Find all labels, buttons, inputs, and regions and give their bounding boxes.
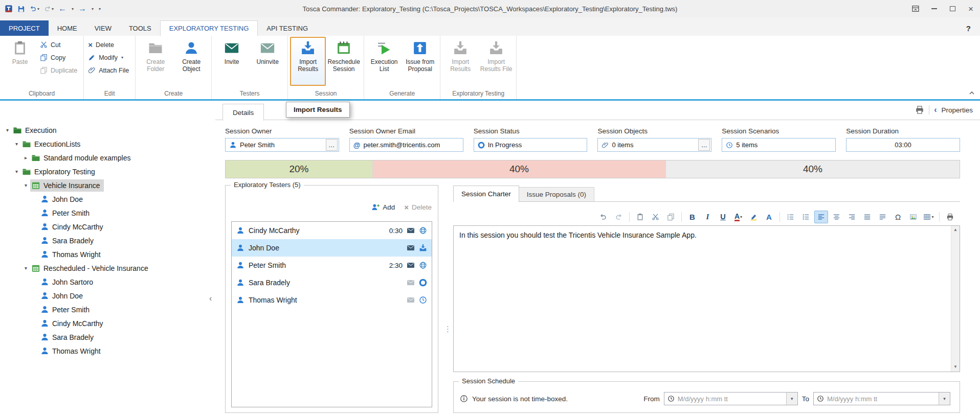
tree-item-tester[interactable]: Peter Smith <box>0 303 208 316</box>
tab-session-charter[interactable]: Session Charter <box>453 186 519 202</box>
align-center-button[interactable] <box>830 211 843 223</box>
insert-table-button[interactable]: ▾ <box>922 211 936 223</box>
undo-button[interactable] <box>596 211 610 223</box>
tab-view[interactable]: VIEW <box>86 20 120 36</box>
properties-button[interactable]: Properties <box>941 106 973 114</box>
tester-row[interactable]: Sara Bradely <box>232 274 432 291</box>
tab-issue-proposals[interactable]: Issue Proposals (0) <box>519 187 594 201</box>
tree-item-tester[interactable]: John Doe <box>0 192 208 206</box>
uninvite-button[interactable]: Uninvite <box>250 37 285 65</box>
reschedule-session-button[interactable]: Reschedule Session <box>326 37 362 73</box>
session-status-field[interactable]: In Progress <box>474 138 588 152</box>
envelope-icon[interactable] <box>407 261 415 269</box>
align-left-button[interactable] <box>814 211 828 223</box>
expander-icon[interactable]: ▾ <box>21 182 30 188</box>
tree-item-tester[interactable]: John Sartoro <box>0 275 208 289</box>
duplicate-button[interactable]: Duplicate <box>38 66 81 75</box>
tree-item-tester[interactable]: Cindy McCarthy <box>0 316 208 330</box>
save-button[interactable] <box>16 2 27 15</box>
from-dropdown-button[interactable]: ▾ <box>786 393 797 405</box>
underline-button[interactable]: U <box>716 211 730 223</box>
expander-icon[interactable]: ▾ <box>3 127 12 133</box>
tab-details[interactable]: Details <box>222 104 264 121</box>
tree-item-tester[interactable]: Sara Bradely <box>0 234 208 247</box>
tree-splitter[interactable]: ‹ <box>208 101 215 415</box>
print-button[interactable] <box>943 211 957 223</box>
status-circle-icon[interactable] <box>419 279 427 287</box>
issue-from-proposal-button[interactable]: Issue from Proposal <box>402 37 438 73</box>
bullet-list-button[interactable] <box>784 211 797 223</box>
session-charter-editor[interactable]: In this session you should test the Tric… <box>453 225 960 372</box>
minimize-button[interactable] <box>925 0 943 17</box>
create-object-button[interactable]: Create Object <box>173 37 209 73</box>
tester-row[interactable]: Peter Smith 2:30 <box>232 257 432 274</box>
font-color-button[interactable]: A▾ <box>731 211 745 223</box>
scroll-up-icon[interactable]: ▲ <box>953 227 957 233</box>
delete-tester-button[interactable]: × Delete <box>404 203 432 211</box>
clock-status-icon[interactable] <box>419 296 427 304</box>
tester-row-selected[interactable]: John Doe <box>232 239 432 257</box>
create-folder-button[interactable]: Create Folder <box>138 37 173 73</box>
add-tester-button[interactable]: Add <box>371 203 395 211</box>
redo-button[interactable] <box>612 211 626 223</box>
forward-button[interactable]: → <box>77 2 88 15</box>
panel-resize-handle[interactable]: ⋮ <box>444 325 452 334</box>
font-color-dropdown-icon[interactable]: ▾ <box>740 215 742 219</box>
print-button[interactable] <box>915 105 924 114</box>
close-button[interactable]: × <box>962 0 980 17</box>
undo-dropdown-icon[interactable]: ▾ <box>37 7 39 11</box>
redo-button[interactable]: ▾ <box>42 2 55 15</box>
tree-item-tester[interactable]: Peter Smith <box>0 206 208 220</box>
scroll-down-icon[interactable]: ▼ <box>953 364 957 370</box>
session-scenarios-field[interactable]: 5 items <box>722 138 836 152</box>
paste-button[interactable] <box>633 211 647 223</box>
import-results-file-button[interactable]: Import Results File <box>478 37 514 73</box>
redo-dropdown-icon[interactable]: ▾ <box>52 7 54 11</box>
delete-button[interactable]: ×Delete <box>86 40 133 49</box>
tab-project[interactable]: PROJECT <box>0 20 49 36</box>
globe-icon[interactable] <box>419 261 427 269</box>
ribbon-options-button[interactable] <box>906 0 925 17</box>
maximize-button[interactable] <box>943 0 962 17</box>
app-icon[interactable] <box>3 2 14 15</box>
back-button[interactable]: ← <box>57 2 68 15</box>
collapse-panel-icon[interactable]: ‹ <box>209 294 212 303</box>
tester-row[interactable]: Cindy McCarthy 0:30 <box>232 222 432 239</box>
tab-api-testing[interactable]: API TESTING <box>258 20 317 36</box>
copy-button[interactable] <box>664 211 678 223</box>
envelope-icon[interactable] <box>407 296 415 304</box>
tester-list[interactable]: Cindy McCarthy 0:30 John Doe <box>231 221 432 407</box>
to-dropdown-button[interactable]: ▾ <box>939 393 950 405</box>
tree-item-standard-module-examples[interactable]: ▸ Standard module examples <box>0 151 208 165</box>
forward-dropdown[interactable]: ▾ <box>90 2 95 15</box>
expander-icon[interactable]: ▸ <box>21 155 30 160</box>
tree-item-executionlists[interactable]: ▾ ExecutionLists <box>0 137 208 151</box>
modify-button[interactable]: Modify▾ <box>86 53 133 62</box>
tab-exploratory-testing[interactable]: EXPLORATORY TESTING <box>160 20 258 36</box>
align-right-button[interactable] <box>845 211 859 223</box>
globe-icon[interactable] <box>419 226 427 235</box>
to-datetime-field[interactable]: M/d/yyyy h:mm tt ▾ <box>813 392 950 405</box>
import-results-status-icon[interactable] <box>419 244 427 252</box>
expander-icon[interactable]: ▾ <box>21 265 30 271</box>
numbered-list-button[interactable] <box>799 211 813 223</box>
tree-item-exploratory-testing[interactable]: ▾ Exploratory Testing <box>0 165 208 178</box>
vertical-scrollbar[interactable]: ▲ ▼ <box>951 226 960 372</box>
tree-item-tester[interactable]: Thomas Wright <box>0 344 208 358</box>
expander-icon[interactable]: ▾ <box>12 141 21 147</box>
tree-item-execution[interactable]: ▾ Execution <box>0 123 208 137</box>
tree-item-vehicle-insurance[interactable]: ▾ Vehicle Insurance <box>0 178 208 192</box>
owner-browse-button[interactable]: … <box>326 139 338 151</box>
invite-button[interactable]: Invite <box>214 37 250 65</box>
tree-item-tester[interactable]: John Doe <box>0 289 208 303</box>
tree-item-tester[interactable]: Cindy McCarthy <box>0 220 208 234</box>
tree-item-tester[interactable]: Sara Bradely <box>0 330 208 344</box>
tester-row[interactable]: Thomas Wright <box>232 291 432 309</box>
from-datetime-field[interactable]: M/d/yyyy h:mm tt ▾ <box>664 392 798 405</box>
tree-item-tester[interactable]: Thomas Wright <box>0 247 208 261</box>
cut-button[interactable]: Cut <box>38 40 81 49</box>
envelope-icon[interactable] <box>407 279 415 287</box>
bold-button[interactable]: B <box>685 211 699 223</box>
tree-item-rescheduled-vehicle-insurance[interactable]: ▾ Rescheduled - Vehicle Insurance <box>0 261 208 275</box>
font-button[interactable]: A <box>762 211 776 223</box>
